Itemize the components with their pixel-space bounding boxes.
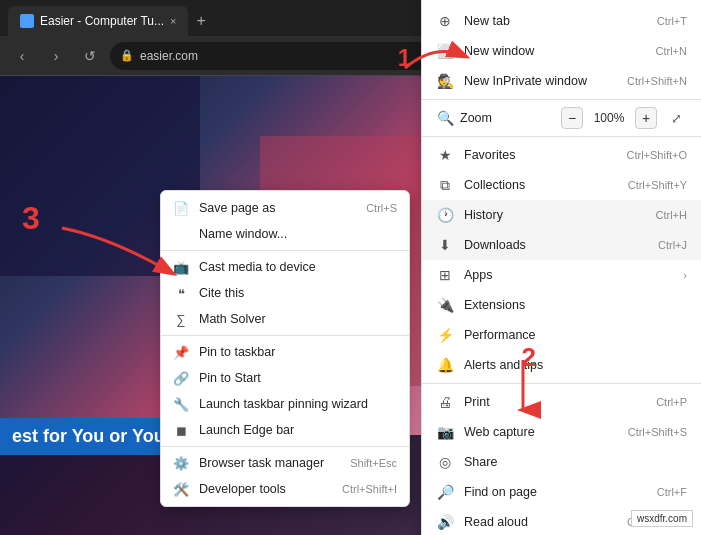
menu-collections-shortcut: Ctrl+Shift+Y [628, 179, 687, 191]
apps-arrow: › [683, 269, 687, 281]
menu-favorites-label: Favorites [464, 148, 515, 162]
context-menu: 📄 Save page as Ctrl+S Name window... 📺 C… [160, 190, 410, 507]
edge-bar-icon: ◼ [173, 422, 189, 438]
ctx-taskbar-wizard[interactable]: 🔧 Launch taskbar pinning wizard [161, 391, 409, 417]
ctx-edge-bar-label: Launch Edge bar [199, 423, 294, 437]
menu-performance-label: Performance [464, 328, 536, 342]
ctx-task-manager-label: Browser task manager [199, 456, 324, 470]
menu-history-label: History [464, 208, 503, 222]
arrow-from-2 [493, 355, 553, 425]
menu-performance[interactable]: ⚡ Performance [422, 320, 701, 350]
ctx-save-page[interactable]: 📄 Save page as Ctrl+S [161, 195, 409, 221]
zoom-label: Zoom [460, 111, 492, 125]
ctx-task-manager[interactable]: ⚙️ Browser task manager Shift+Esc [161, 450, 409, 476]
main-menu: ⊕ New tab Ctrl+T ⬜ New window Ctrl+N 🕵 N… [421, 0, 701, 535]
page-headline: est for You or Your [0, 418, 184, 455]
arrow-to-menu [395, 38, 475, 78]
menu-new-tab[interactable]: ⊕ New tab Ctrl+T [422, 6, 701, 36]
tab-close-button[interactable]: × [170, 15, 176, 27]
menu-sep-3 [422, 383, 701, 384]
collections-icon: ⧉ [436, 176, 454, 194]
find-icon: 🔎 [436, 483, 454, 501]
menu-webcapture[interactable]: 📷 Web capture Ctrl+Shift+S [422, 417, 701, 447]
menu-favorites[interactable]: ★ Favorites Ctrl+Shift+O [422, 140, 701, 170]
menu-extensions-label: Extensions [464, 298, 525, 312]
ctx-pin-start-label: Pin to Start [199, 371, 261, 385]
arrow-from-3 [52, 218, 192, 288]
ctx-save-label: Save page as [199, 201, 275, 215]
webcapture-icon: 📷 [436, 423, 454, 441]
refresh-button[interactable]: ↺ [76, 42, 104, 70]
extensions-menu-icon: 🔌 [436, 296, 454, 314]
new-tab-button[interactable]: + [188, 6, 213, 36]
menu-apps[interactable]: ⊞ Apps › [422, 260, 701, 290]
print-icon: 🖨 [436, 393, 454, 411]
tab-title: Easier - Computer Tu... [40, 14, 164, 28]
menu-collections-label: Collections [464, 178, 525, 192]
ctx-name-window-label: Name window... [199, 227, 287, 241]
zoom-row: 🔍 Zoom − 100% + ⤢ [422, 103, 701, 133]
menu-collections[interactable]: ⧉ Collections Ctrl+Shift+Y [422, 170, 701, 200]
menu-find-shortcut: Ctrl+F [657, 486, 687, 498]
ctx-sep-3 [161, 446, 409, 447]
menu-sep-2 [422, 136, 701, 137]
ctx-pin-taskbar[interactable]: 📌 Pin to taskbar [161, 339, 409, 365]
menu-new-tab-shortcut: Ctrl+T [657, 15, 687, 27]
tab-favicon [20, 14, 34, 28]
downloads-icon: ⬇ [436, 236, 454, 254]
menu-apps-label: Apps [464, 268, 493, 282]
ctx-sep-1 [161, 250, 409, 251]
menu-inprivate-label: New InPrivate window [464, 74, 587, 88]
menu-find-label: Find on page [464, 485, 537, 499]
task-manager-icon: ⚙️ [173, 455, 189, 471]
watermark: wsxdfr.com [631, 510, 693, 527]
menu-new-window-shortcut: Ctrl+N [656, 45, 687, 57]
read-aloud-icon: 🔊 [436, 513, 454, 531]
menu-history-shortcut: Ctrl+H [656, 209, 687, 221]
menu-webcapture-shortcut: Ctrl+Shift+S [628, 426, 687, 438]
ctx-devtools[interactable]: 🛠️ Developer tools Ctrl+Shift+I [161, 476, 409, 502]
ctx-pin-start[interactable]: 🔗 Pin to Start [161, 365, 409, 391]
menu-webcapture-label: Web capture [464, 425, 535, 439]
history-icon: 🕐 [436, 206, 454, 224]
save-page-icon: 📄 [173, 200, 189, 216]
menu-history[interactable]: 🕐 History Ctrl+H [422, 200, 701, 230]
zoom-plus-button[interactable]: + [635, 107, 657, 129]
ctx-task-manager-shortcut: Shift+Esc [350, 457, 397, 469]
ctx-cite[interactable]: ❝ Cite this [161, 280, 409, 306]
apps-icon: ⊞ [436, 266, 454, 284]
pin-taskbar-icon: 📌 [173, 344, 189, 360]
label-3: 3 [22, 200, 40, 237]
menu-favorites-shortcut: Ctrl+Shift+O [626, 149, 687, 161]
zoom-value: 100% [591, 111, 627, 125]
ctx-cast[interactable]: 📺 Cast media to device [161, 254, 409, 280]
menu-print-shortcut: Ctrl+P [656, 396, 687, 408]
zoom-expand-button[interactable]: ⤢ [665, 107, 687, 129]
url-text: easier.com [140, 49, 198, 63]
taskbar-wizard-icon: 🔧 [173, 396, 189, 412]
pin-start-icon: 🔗 [173, 370, 189, 386]
ctx-math[interactable]: ∑ Math Solver [161, 306, 409, 332]
ctx-save-shortcut: Ctrl+S [366, 202, 397, 214]
menu-read-aloud-label: Read aloud [464, 515, 528, 529]
back-button[interactable]: ‹ [8, 42, 36, 70]
active-tab[interactable]: Easier - Computer Tu... × [8, 6, 188, 36]
ctx-edge-bar[interactable]: ◼ Launch Edge bar [161, 417, 409, 443]
forward-button[interactable]: › [42, 42, 70, 70]
ctx-taskbar-wizard-label: Launch taskbar pinning wizard [199, 397, 368, 411]
menu-share[interactable]: ◎ Share [422, 447, 701, 477]
zoom-minus-button[interactable]: − [561, 107, 583, 129]
menu-print[interactable]: 🖨 Print Ctrl+P [422, 387, 701, 417]
menu-share-label: Share [464, 455, 497, 469]
menu-downloads-shortcut: Ctrl+J [658, 239, 687, 251]
menu-sep-1 [422, 99, 701, 100]
devtools-icon: 🛠️ [173, 481, 189, 497]
menu-alerts[interactable]: 🔔 Alerts and tips [422, 350, 701, 380]
ctx-cast-label: Cast media to device [199, 260, 316, 274]
menu-find[interactable]: 🔎 Find on page Ctrl+F [422, 477, 701, 507]
ctx-devtools-shortcut: Ctrl+Shift+I [342, 483, 397, 495]
math-icon: ∑ [173, 311, 189, 327]
menu-downloads[interactable]: ⬇ Downloads Ctrl+J [422, 230, 701, 260]
menu-extensions[interactable]: 🔌 Extensions [422, 290, 701, 320]
ctx-name-window[interactable]: Name window... [161, 221, 409, 247]
